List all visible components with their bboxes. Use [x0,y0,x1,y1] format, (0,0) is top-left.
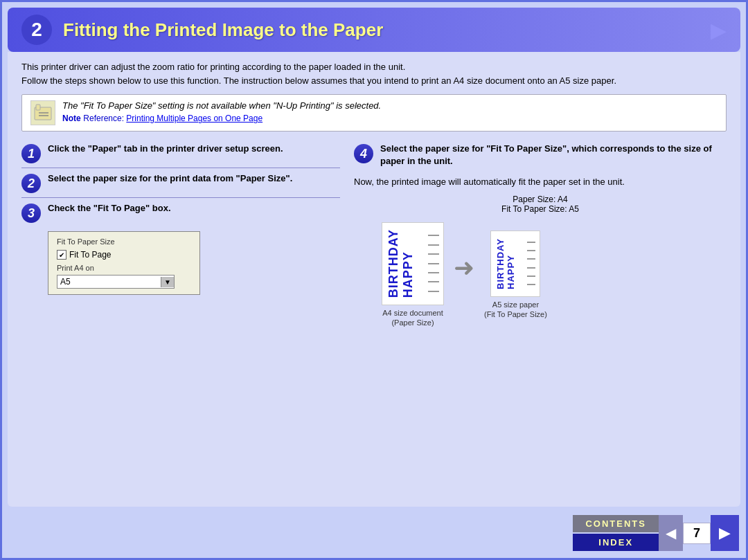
index-button[interactable]: INDEX [573,534,659,551]
a5-paper-visual: HAPPYBIRTHDAY [490,231,540,297]
paper-line [527,284,535,285]
arrow-diagram-icon: ➜ [454,253,474,282]
footer-arrows: ◀ 7 ▶ [659,515,739,551]
note-italic-text: The "Fit To Paper Size" setting is not a… [62,100,718,111]
footer-labels: CONTENTS INDEX [573,515,659,551]
note-text-area: The "Fit To Paper Size" setting is not a… [62,100,718,123]
paper-line [428,272,439,273]
paper-line [527,267,535,269]
paper-size-label: Paper Size: A4 Fit To Paper Size: A5 [354,195,727,214]
checkbox-label: Fit To Page [69,250,111,260]
dialog-select[interactable]: A5 ▼ [57,275,175,289]
happy-birthday-text-large: HAPPYBIRTHDAY [386,229,416,298]
note-reference: Note Reference: Printing Multiple Pages … [62,113,718,123]
step-1-row: 1 Click the "Paper" tab in the printer d… [21,138,340,168]
paper-line [428,253,439,255]
dialog-checkbox-row[interactable]: ✔ Fit To Page [57,250,191,260]
page-number: 7 [683,523,711,544]
paper-lines-large [428,231,439,296]
paper-line [527,242,535,243]
a5-caption: A5 size paper (Fit To Paper Size) [484,300,547,320]
chapter-number: 2 [21,15,52,45]
page-header: 2 Fitting the Printed Image to the Paper… [8,8,740,52]
step-3-text: Check the "Fit To Page" box. [48,202,171,215]
a5-paper-doc: HAPPYBIRTHDAY [484,231,547,320]
step-2-row: 2 Select the paper size for the print da… [21,168,340,198]
a4-paper-visual: HAPPYBIRTHDAY [382,222,444,305]
dialog-title: Fit To Paper Size [57,237,191,246]
note-reference-prefix: Reference: [83,114,126,123]
step-2-number: 2 [21,174,41,193]
paper-line [527,258,535,260]
step-4-sub: Now, the printed image will automaticall… [354,176,727,188]
steps-area: 1 Click the "Paper" tab in the printer d… [21,138,727,498]
note-label: Note [62,114,81,123]
left-steps: 1 Click the "Paper" tab in the printer d… [21,138,340,498]
footer-nav: CONTENTS INDEX ◀ 7 ▶ [9,515,739,551]
note-box: The "Fit To Paper Size" setting is not a… [21,94,727,132]
step-4-text: Select the paper size for "Fit To Paper … [380,143,727,168]
paper-line [428,235,439,236]
a4-caption: A4 size document (Paper Size) [382,308,443,328]
paper-line [428,291,439,292]
dialog-select-arrow-icon[interactable]: ▼ [161,277,174,287]
dialog-print-on: Print A4 on [57,264,191,272]
main-content: This printer driver can adjust the zoom … [8,52,740,507]
intro-text: This printer driver can adjust the zoom … [21,60,727,87]
note-reference-link[interactable]: Printing Multiple Pages on One Page [126,114,262,123]
paper-line [428,263,439,264]
a4-paper-doc: HAPPYBIRTHDAY [382,222,444,328]
step-2-text: Select the paper size for the print data… [48,172,292,185]
dialog-mockup: Fit To Paper Size ✔ Fit To Page Print A4… [48,231,200,295]
happy-birthday-text-small: HAPPYBIRTHDAY [495,238,516,289]
header-arrow-icon: ▶ [711,18,727,42]
next-page-button[interactable]: ▶ [711,515,739,551]
note-icon [30,100,55,125]
contents-button[interactable]: CONTENTS [573,515,659,532]
paper-line [527,250,535,251]
step-1-text: Click the "Paper" tab in the printer dri… [48,143,283,155]
page-title: Fitting the Printed Image to the Paper [63,19,383,41]
step-3-number: 3 [21,204,41,223]
prev-page-button[interactable]: ◀ [659,515,683,551]
step-4-header: 4 Select the paper size for "Fit To Pape… [354,138,727,172]
dialog-select-value: A5 [57,276,161,288]
step-3-row: 3 Check the "Fit To Page" box. [21,198,340,227]
step-1-number: 1 [21,144,41,163]
paper-diagram: HAPPYBIRTHDAY [354,222,727,328]
right-steps: 4 Select the paper size for "Fit To Pape… [354,138,727,498]
step-4-number: 4 [354,144,373,163]
paper-line [428,281,439,282]
checkbox-icon[interactable]: ✔ [57,250,66,260]
svg-rect-1 [36,105,40,110]
paper-line [527,276,535,277]
paper-lines-small [527,238,535,289]
paper-line [428,244,439,246]
